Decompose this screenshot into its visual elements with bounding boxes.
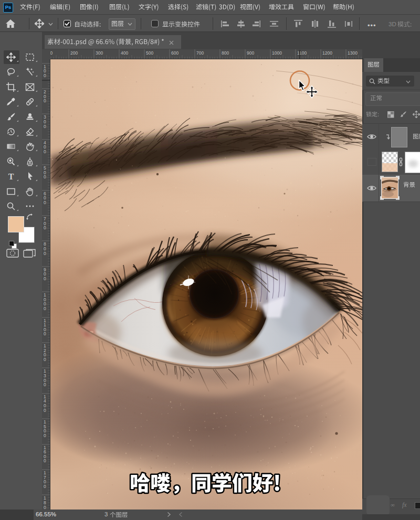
- svg-text:0: 0: [44, 433, 46, 438]
- svg-text:0: 0: [44, 98, 46, 103]
- svg-text:400: 400: [121, 50, 128, 56]
- svg-text:1000: 1000: [272, 50, 282, 56]
- svg-text:0: 0: [44, 357, 46, 362]
- svg-text:0: 0: [44, 225, 46, 230]
- svg-text:0: 0: [44, 200, 46, 205]
- svg-text:0: 0: [44, 331, 46, 336]
- svg-text:1100: 1100: [297, 50, 307, 56]
- svg-text:0: 0: [44, 276, 46, 281]
- svg-text:T: T: [8, 172, 14, 181]
- svg-text:0: 0: [44, 484, 46, 489]
- svg-text:800: 800: [222, 50, 229, 56]
- svg-text:900: 900: [247, 50, 254, 56]
- svg-text:0: 0: [44, 174, 46, 179]
- svg-text:0: 0: [44, 408, 46, 413]
- svg-text:500: 500: [146, 50, 153, 56]
- svg-text:1200: 1200: [322, 50, 332, 56]
- svg-text:700: 700: [196, 50, 204, 56]
- svg-text:0: 0: [44, 382, 46, 387]
- svg-text:0: 0: [44, 73, 46, 78]
- svg-text:0: 0: [44, 149, 46, 154]
- svg-text:200: 200: [70, 50, 78, 56]
- svg-text:600: 600: [171, 50, 178, 56]
- svg-text:0: 0: [44, 251, 46, 256]
- svg-text:1300: 1300: [348, 50, 358, 56]
- svg-text:0: 0: [44, 306, 46, 311]
- svg-text:0: 0: [44, 458, 46, 463]
- svg-text:0: 0: [44, 124, 46, 129]
- svg-text:300: 300: [96, 50, 103, 56]
